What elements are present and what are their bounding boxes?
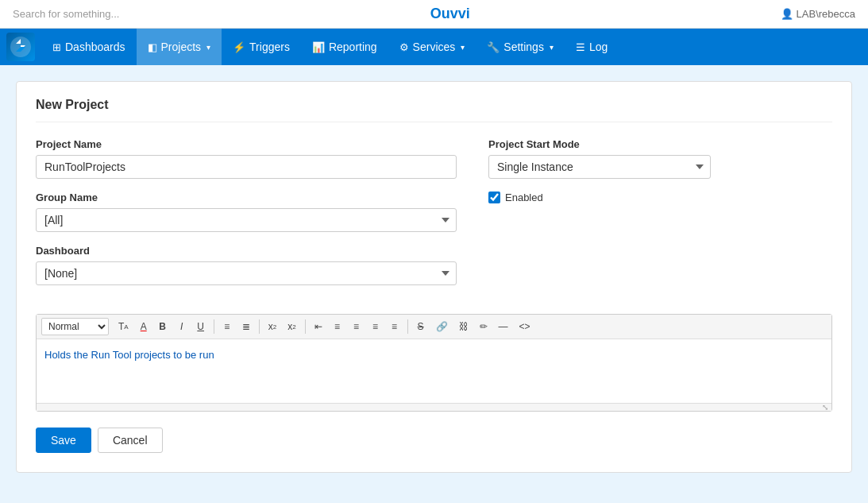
enabled-label[interactable]: Enabled bbox=[505, 192, 543, 203]
start-mode-label: Project Start Mode bbox=[488, 138, 711, 150]
toolbar-hr-button[interactable]: — bbox=[494, 319, 513, 335]
nav-dashboards[interactable]: ⊞ Dashboards bbox=[41, 29, 137, 65]
toolbar-center-button[interactable]: ≡ bbox=[329, 319, 346, 335]
editor-content-area[interactable]: Holds the Run Tool projects to be run bbox=[37, 339, 831, 403]
toolbar-underline-button[interactable]: U bbox=[192, 319, 210, 335]
nav-projects[interactable]: ◧ Projects ▾ bbox=[137, 29, 222, 65]
cancel-button[interactable]: Cancel bbox=[98, 428, 163, 453]
toolbar-superscript-button[interactable]: x2 bbox=[283, 319, 300, 335]
nav-services-label: Services bbox=[413, 41, 456, 53]
enabled-group: Enabled bbox=[488, 192, 711, 203]
services-icon: ⚙ bbox=[399, 41, 409, 53]
toolbar-italic-button[interactable]: I bbox=[173, 319, 191, 335]
nav-reporting[interactable]: 📊 Reporting bbox=[301, 29, 388, 65]
page-content: New Project Project Name Group Name [All… bbox=[0, 65, 868, 489]
triggers-icon: ⚡ bbox=[233, 41, 245, 53]
toolbar-fontcolor-button[interactable]: A bbox=[135, 319, 152, 335]
toolbar-indent-left-button[interactable]: ⇤ bbox=[310, 319, 327, 335]
nav-settings-label: Settings bbox=[503, 41, 544, 53]
dashboard-label: Dashboard bbox=[36, 245, 457, 257]
toolbar-strikethrough-button[interactable]: S bbox=[412, 319, 430, 335]
project-name-label: Project Name bbox=[36, 138, 457, 150]
projects-caret: ▾ bbox=[206, 43, 210, 52]
editor-toolbar: Normal Heading 1 Heading 2 Heading 3 TA … bbox=[37, 315, 831, 339]
toolbar-subscript-button[interactable]: x2 bbox=[264, 319, 281, 335]
toolbar-ordered-list-button[interactable]: ≡ bbox=[218, 319, 236, 335]
project-name-group: Project Name bbox=[36, 138, 457, 179]
toolbar-bold-button[interactable]: B bbox=[154, 319, 172, 335]
toolbar-sep-1 bbox=[214, 319, 214, 334]
nav-triggers[interactable]: ⚡ Triggers bbox=[222, 29, 301, 65]
start-mode-group: Project Start Mode Single Instance Multi… bbox=[488, 138, 711, 179]
editor-content-text: Holds the Run Tool projects to be run bbox=[44, 349, 214, 361]
nav-reporting-label: Reporting bbox=[329, 41, 377, 53]
toolbar-sep-4 bbox=[407, 319, 408, 334]
toolbar-source-button[interactable]: <> bbox=[515, 319, 535, 335]
nav-log[interactable]: ☰ Log bbox=[565, 29, 619, 65]
toolbar-unlink-button[interactable]: ⛓ bbox=[454, 319, 473, 335]
toolbar-highlight-button[interactable]: ✏ bbox=[475, 319, 492, 335]
group-name-group: Group Name [All] Group 1 Group 2 bbox=[36, 192, 457, 232]
dashboards-icon: ⊞ bbox=[52, 41, 61, 53]
start-mode-select[interactable]: Single Instance Multiple Instances Queue… bbox=[488, 155, 711, 179]
settings-caret: ▾ bbox=[550, 43, 554, 52]
reporting-icon: 📊 bbox=[312, 41, 325, 53]
nav-projects-label: Projects bbox=[161, 41, 202, 53]
logo-icon bbox=[10, 36, 32, 58]
services-caret: ▾ bbox=[461, 43, 465, 52]
editor-resize-handle[interactable]: ⤡ bbox=[37, 403, 831, 411]
toolbar-sep-3 bbox=[305, 319, 306, 334]
toolbar-align-right-button[interactable]: ≡ bbox=[367, 319, 384, 335]
form-right-column: Project Start Mode Single Instance Multi… bbox=[488, 138, 711, 298]
toolbar-unordered-list-button[interactable]: ≣ bbox=[237, 319, 255, 335]
form-columns: Project Name Group Name [All] Group 1 Gr… bbox=[36, 138, 832, 298]
form-left-column: Project Name Group Name [All] Group 1 Gr… bbox=[36, 138, 457, 298]
dashboard-group: Dashboard [None] Dashboard 1 Dashboard 2 bbox=[36, 245, 457, 285]
search-placeholder: Search for something... bbox=[13, 8, 119, 20]
top-bar: Search for something... Ouvvi LAB\rebecc… bbox=[0, 0, 868, 29]
toolbar-justify-button[interactable]: ≡ bbox=[386, 319, 403, 335]
app-title: Ouvvi bbox=[430, 6, 470, 22]
description-editor: Normal Heading 1 Heading 2 Heading 3 TA … bbox=[36, 314, 832, 412]
toolbar-align-left-button[interactable]: ≡ bbox=[348, 319, 365, 335]
toolbar-sep-2 bbox=[259, 319, 260, 334]
action-buttons: Save Cancel bbox=[36, 428, 832, 453]
nav-settings[interactable]: 🔧 Settings ▾ bbox=[476, 29, 565, 65]
enabled-checkbox[interactable] bbox=[488, 192, 500, 203]
resize-icon: ⤡ bbox=[822, 403, 828, 412]
toolbar-fontsize-button[interactable]: TA bbox=[114, 319, 133, 335]
brand-logo bbox=[6, 33, 35, 61]
settings-icon: 🔧 bbox=[487, 41, 500, 53]
editor-style-select[interactable]: Normal Heading 1 Heading 2 Heading 3 bbox=[41, 318, 109, 335]
new-project-card: New Project Project Name Group Name [All… bbox=[16, 81, 852, 473]
nav-triggers-label: Triggers bbox=[249, 41, 290, 53]
group-name-label: Group Name bbox=[36, 192, 457, 203]
nav-dashboards-label: Dashboards bbox=[65, 41, 125, 53]
nav-services[interactable]: ⚙ Services ▾ bbox=[388, 29, 476, 65]
dashboard-select[interactable]: [None] Dashboard 1 Dashboard 2 bbox=[36, 261, 457, 285]
toolbar-link-button[interactable]: 🔗 bbox=[431, 319, 453, 335]
navbar: ⊞ Dashboards ◧ Projects ▾ ⚡ Triggers 📊 R… bbox=[0, 29, 868, 65]
group-name-select[interactable]: [All] Group 1 Group 2 bbox=[36, 208, 457, 232]
save-button[interactable]: Save bbox=[36, 428, 91, 453]
card-title: New Project bbox=[36, 98, 832, 122]
projects-icon: ◧ bbox=[148, 41, 157, 53]
log-icon: ☰ bbox=[576, 41, 585, 53]
user-info: LAB\rebecca bbox=[781, 8, 855, 20]
nav-log-label: Log bbox=[589, 41, 608, 53]
project-name-input[interactable] bbox=[36, 155, 457, 179]
